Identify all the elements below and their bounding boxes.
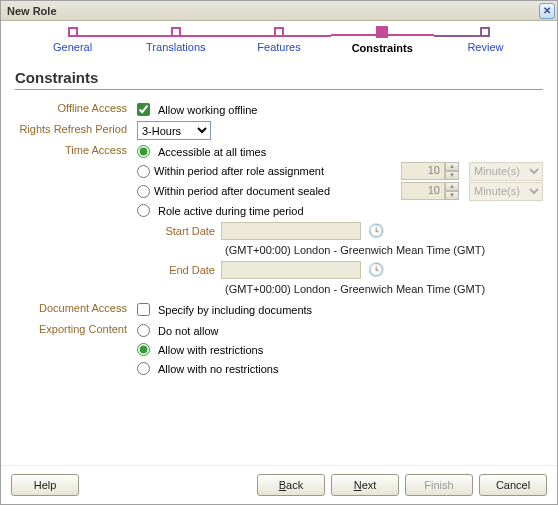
after-sealed-value[interactable]: 10 bbox=[401, 182, 445, 200]
window-title: New Role bbox=[7, 5, 57, 17]
section-title: Constraints bbox=[15, 69, 543, 90]
label-start-date: Start Date bbox=[157, 225, 215, 237]
back-button[interactable]: Back bbox=[257, 474, 325, 496]
label-time-access: Time Access bbox=[15, 142, 137, 156]
export-restricted-label: Allow with restrictions bbox=[158, 344, 263, 356]
footer: Help Back Next Finish Cancel bbox=[1, 465, 557, 503]
export-none-label: Do not allow bbox=[158, 325, 219, 337]
label-end-date: End Date bbox=[157, 264, 215, 276]
export-unrestricted-option[interactable]: Allow with no restrictions bbox=[137, 359, 543, 378]
time-all-times-radio[interactable] bbox=[137, 145, 150, 158]
content-area: Constraints Offline Access Allow working… bbox=[1, 59, 557, 465]
step-constraints[interactable]: Constraints bbox=[331, 26, 434, 54]
after-assignment-stepper[interactable]: ▲▼ bbox=[445, 162, 459, 180]
step-features[interactable]: Features bbox=[227, 27, 330, 53]
export-restricted-option[interactable]: Allow with restrictions bbox=[137, 340, 543, 359]
start-date-field[interactable] bbox=[221, 222, 361, 240]
allow-offline-checkbox[interactable] bbox=[137, 103, 150, 116]
export-none-option[interactable]: Do not allow bbox=[137, 321, 543, 340]
after-assignment-value[interactable]: 10 bbox=[401, 162, 445, 180]
after-sealed-unit-select[interactable]: Minute(s) bbox=[469, 182, 543, 201]
cancel-button[interactable]: Cancel bbox=[479, 474, 547, 496]
step-review[interactable]: Review bbox=[434, 27, 537, 53]
end-date-field[interactable] bbox=[221, 261, 361, 279]
time-after-sealed-label: Within period after document sealed bbox=[154, 185, 330, 197]
time-after-assignment-radio[interactable] bbox=[137, 165, 150, 178]
label-offline-access: Offline Access bbox=[15, 100, 137, 114]
label-document-access: Document Access bbox=[15, 300, 137, 314]
after-sealed-stepper[interactable]: ▲▼ bbox=[445, 182, 459, 200]
step-general[interactable]: General bbox=[21, 27, 124, 53]
wizard-stepper: General Translations Features Constraint… bbox=[1, 21, 557, 59]
next-button[interactable]: Next bbox=[331, 474, 399, 496]
time-all-times-option[interactable]: Accessible at all times bbox=[137, 142, 543, 161]
allow-offline-label: Allow working offline bbox=[158, 104, 257, 116]
end-date-timezone: (GMT+00:00) London - Greenwich Mean Time… bbox=[157, 280, 543, 298]
specify-documents-label: Specify by including documents bbox=[158, 304, 312, 316]
specify-documents-checkbox[interactable] bbox=[137, 303, 150, 316]
finish-button[interactable]: Finish bbox=[405, 474, 473, 496]
label-exporting-content: Exporting Content bbox=[15, 321, 137, 335]
window-close-button[interactable]: ✕ bbox=[539, 3, 555, 19]
export-unrestricted-label: Allow with no restrictions bbox=[158, 363, 278, 375]
after-assignment-unit-select[interactable]: Minute(s) bbox=[469, 162, 543, 181]
start-date-timezone: (GMT+00:00) London - Greenwich Mean Time… bbox=[157, 241, 543, 259]
export-restricted-radio[interactable] bbox=[137, 343, 150, 356]
time-during-period-option[interactable]: Role active during time period bbox=[137, 201, 543, 220]
start-date-picker-icon[interactable]: 🕓 bbox=[367, 222, 385, 240]
label-rights-refresh: Rights Refresh Period bbox=[15, 121, 137, 135]
rights-refresh-select[interactable]: 3-Hours bbox=[137, 121, 211, 140]
step-translations[interactable]: Translations bbox=[124, 27, 227, 53]
help-button[interactable]: Help bbox=[11, 474, 79, 496]
time-all-times-label: Accessible at all times bbox=[158, 146, 266, 158]
export-unrestricted-radio[interactable] bbox=[137, 362, 150, 375]
specify-documents-option[interactable]: Specify by including documents bbox=[137, 300, 543, 319]
export-none-radio[interactable] bbox=[137, 324, 150, 337]
allow-offline-option[interactable]: Allow working offline bbox=[137, 100, 543, 119]
end-date-picker-icon[interactable]: 🕓 bbox=[367, 261, 385, 279]
time-after-assignment-label: Within period after role assignment bbox=[154, 165, 324, 177]
time-during-period-radio[interactable] bbox=[137, 204, 150, 217]
time-during-period-label: Role active during time period bbox=[158, 205, 304, 217]
time-after-sealed-radio[interactable] bbox=[137, 185, 150, 198]
titlebar: New Role ✕ bbox=[1, 1, 557, 21]
